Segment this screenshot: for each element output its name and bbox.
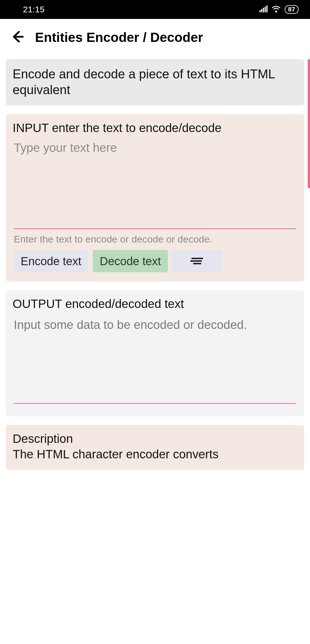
svg-rect-3 bbox=[265, 7, 266, 12]
description-heading: Description bbox=[13, 432, 297, 446]
svg-rect-8 bbox=[193, 263, 201, 264]
button-row: Encode text Decode text bbox=[14, 250, 296, 272]
output-card: OUTPUT encoded/decoded text Input some d… bbox=[6, 290, 304, 416]
input-textarea[interactable] bbox=[14, 140, 296, 226]
scroll-indicator[interactable] bbox=[308, 59, 310, 188]
content-area: Encode and decode a piece of text to its… bbox=[0, 56, 310, 470]
intro-card: Encode and decode a piece of text to its… bbox=[6, 59, 304, 106]
svg-rect-0 bbox=[259, 10, 261, 12]
app-bar: Entities Encoder / Decoder bbox=[0, 19, 310, 56]
page-title: Entities Encoder / Decoder bbox=[35, 30, 203, 45]
input-title: INPUT enter the text to encode/decode bbox=[13, 121, 297, 135]
intro-text: Encode and decode a piece of text to its… bbox=[13, 66, 297, 98]
output-underline bbox=[14, 403, 296, 404]
wifi-icon bbox=[272, 5, 281, 14]
status-time: 21:15 bbox=[23, 5, 44, 14]
svg-point-5 bbox=[275, 11, 277, 12]
input-underline bbox=[14, 228, 296, 229]
input-helper: Enter the text to encode or decode or de… bbox=[14, 234, 296, 245]
svg-rect-6 bbox=[191, 258, 203, 259]
clear-icon bbox=[190, 255, 204, 268]
svg-rect-7 bbox=[190, 260, 202, 262]
decode-button[interactable]: Decode text bbox=[93, 250, 168, 272]
battery-indicator: 87 bbox=[285, 5, 299, 14]
svg-rect-2 bbox=[263, 8, 264, 12]
encode-button[interactable]: Encode text bbox=[14, 250, 88, 272]
status-bar: 21:15 87 bbox=[0, 0, 310, 19]
svg-rect-4 bbox=[266, 5, 268, 12]
description-body: The HTML character encoder converts bbox=[13, 447, 297, 462]
output-title: OUTPUT encoded/decoded text bbox=[13, 297, 297, 311]
input-card: INPUT enter the text to encode/decode En… bbox=[6, 114, 304, 282]
signal-icon bbox=[259, 5, 268, 14]
clear-button[interactable] bbox=[173, 250, 222, 272]
back-icon[interactable] bbox=[11, 31, 24, 44]
output-text: Input some data to be encoded or decoded… bbox=[13, 316, 297, 402]
description-card: Description The HTML character encoder c… bbox=[6, 425, 304, 470]
svg-rect-1 bbox=[261, 9, 262, 12]
status-icons: 87 bbox=[259, 5, 299, 14]
